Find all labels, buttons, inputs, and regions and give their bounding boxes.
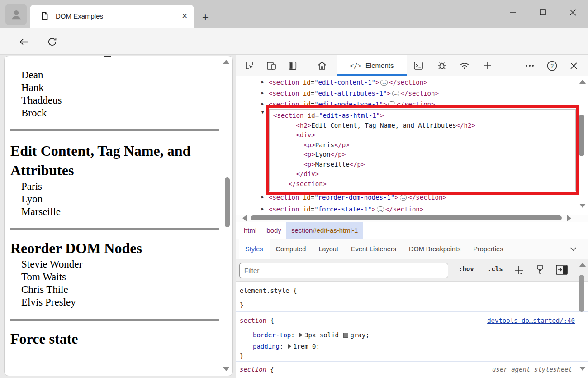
edit-as-html-textarea[interactable]: <section id="edit-as-html-1"> <h2>Edit C… <box>269 109 576 191</box>
editor-code-line: <div> <box>273 130 575 140</box>
new-tab-button[interactable]: + <box>199 10 212 24</box>
page-scroll-up-arrow[interactable] <box>223 60 229 64</box>
issues-bug-icon[interactable] <box>435 59 449 72</box>
refresh-button[interactable] <box>44 36 60 48</box>
breadcrumb-item-body[interactable]: body <box>261 222 286 239</box>
page-list-item: Thaddeus <box>21 94 224 107</box>
stylesheet-source-link[interactable]: devtools-do…started/:40 <box>487 316 575 325</box>
tab-properties[interactable]: Properties <box>467 239 509 259</box>
title-bar: DOM Examples ✕ + <box>0 0 588 28</box>
expand-arrow-icon[interactable] <box>299 333 303 337</box>
styles-scroll-down-arrow[interactable] <box>579 367 586 371</box>
tab-event-listeners[interactable]: Event Listeners <box>345 239 403 259</box>
expand-arrow-icon[interactable]: ▶ <box>261 91 264 95</box>
tab-elements[interactable]: </> Elements <box>337 55 407 76</box>
inline-style-rule[interactable]: element.style { <box>240 286 297 295</box>
browser-tab[interactable]: DOM Examples ✕ <box>30 5 194 28</box>
ellipsis-expand-badge[interactable]: … <box>377 206 384 212</box>
tab-computed[interactable]: Computed <box>270 239 313 259</box>
inspect-element-icon[interactable] <box>243 59 256 72</box>
declaration-padding[interactable]: padding: 1rem 0; <box>253 342 320 351</box>
devtools-panel: </> Elements <box>236 55 588 378</box>
tab-layout[interactable]: Layout <box>312 239 345 259</box>
code-brackets-icon: </> <box>350 62 361 69</box>
dom-node-row[interactable]: <section id="edit-attributes-1">…</secti… <box>269 89 439 98</box>
more-tabs-plus-icon[interactable] <box>481 59 494 72</box>
expand-arrow-open-icon[interactable]: ▼ <box>261 110 264 115</box>
expand-arrow-icon[interactable]: ▶ <box>261 195 264 199</box>
tab-dom-breakpoints[interactable]: DOM Breakpoints <box>403 239 467 259</box>
page-scrollbar-thumb[interactable] <box>225 177 230 227</box>
rendering-brush-icon[interactable] <box>535 264 545 276</box>
page-list: ParisLyonMarseille <box>21 180 224 218</box>
tab-title: DOM Examples <box>56 12 182 20</box>
editor-code-line: <section id="edit-as-html-1"> <box>273 111 575 121</box>
dom-scroll-right-arrow[interactable] <box>567 215 571 221</box>
ellipsis-expand-badge[interactable]: … <box>380 80 388 86</box>
toggle-hover-state-button[interactable]: :hov <box>459 265 474 273</box>
page-heading: Edit Content, Tag Name, and Attributes <box>10 141 222 180</box>
home-icon[interactable] <box>315 59 329 72</box>
rule-divider <box>236 361 588 362</box>
page-favicon-icon <box>40 11 49 21</box>
dom-scroll-up-arrow[interactable] <box>579 80 586 84</box>
window-maximize-button[interactable] <box>528 0 558 24</box>
page-list: Stevie WonderTom WaitsChris ThileElvis P… <box>21 258 224 309</box>
styles-filter-bar: :hov .cls <box>236 259 588 282</box>
page-list-item: Chris Thile <box>21 283 224 296</box>
color-swatch[interactable] <box>343 333 348 338</box>
styles-filter-input[interactable] <box>239 263 448 278</box>
styles-scrollbar-thumb[interactable] <box>579 275 584 312</box>
open-sidebar-panel-icon[interactable] <box>555 264 568 276</box>
styles-scroll-up-arrow[interactable] <box>579 263 586 267</box>
page-scroll-down-arrow[interactable] <box>223 367 229 371</box>
expand-arrow-icon[interactable]: ▶ <box>261 101 264 106</box>
profile-avatar-button[interactable] <box>5 4 27 25</box>
person-icon <box>9 8 23 21</box>
dom-node-row[interactable]: <section id="force-state-1">…</section> <box>269 205 423 214</box>
dom-scroll-down-arrow[interactable] <box>579 204 586 208</box>
new-style-rule-button[interactable] <box>513 264 525 276</box>
page-list-item: Stevie Wonder <box>21 258 224 271</box>
devtools-close-icon[interactable] <box>567 59 580 72</box>
page-horizontal-rule <box>10 129 219 131</box>
dom-scroll-left-arrow[interactable] <box>242 215 247 221</box>
toggle-class-button[interactable]: .cls <box>488 265 503 273</box>
network-wifi-icon[interactable] <box>458 59 471 72</box>
window-close-button[interactable] <box>558 0 588 24</box>
tab-close-icon[interactable]: ✕ <box>182 12 188 20</box>
tab-styles[interactable]: Styles <box>239 239 270 259</box>
breadcrumb-item-html[interactable]: html <box>239 222 261 239</box>
back-button[interactable] <box>16 36 31 48</box>
page-list-item: Elvis Presley <box>21 296 224 309</box>
expand-arrow-icon[interactable]: ▶ <box>261 80 264 84</box>
expand-arrow-icon[interactable]: ▶ <box>261 206 264 211</box>
breadcrumb-item-selected[interactable]: section#edit-as-html-1 <box>286 222 363 239</box>
page-heading: Reorder DOM Nodes <box>10 239 222 258</box>
ellipsis-expand-badge[interactable]: … <box>392 91 399 96</box>
section-rule-selector[interactable]: section { <box>240 316 274 325</box>
console-icon[interactable] <box>412 59 425 72</box>
ua-rule-selector[interactable]: section { <box>240 365 274 374</box>
devtools-more-menu-icon[interactable] <box>523 59 536 72</box>
elements-tab-label: Elements <box>365 62 394 69</box>
dom-horizontal-scrollbar-thumb[interactable] <box>251 215 562 220</box>
dom-scrollbar-thumb[interactable] <box>579 115 584 156</box>
help-icon[interactable]: ? <box>545 59 559 72</box>
page-viewport: DeanHankThaddeusBrockEdit Content, Tag N… <box>4 56 233 376</box>
ellipsis-expand-badge[interactable]: … <box>400 195 407 201</box>
dom-horizontal-scrollbar <box>236 215 588 222</box>
editor-code-line: </div> <box>273 169 575 179</box>
device-emulation-icon[interactable] <box>265 59 278 72</box>
edit-as-html-highlight-box: <section id="edit-as-html-1"> <h2>Edit C… <box>266 105 579 195</box>
dom-node-row[interactable]: <section id="edit-content-1">…</section> <box>269 78 427 87</box>
expand-arrow-icon[interactable] <box>288 344 291 349</box>
section-rule-close-brace: } <box>240 351 243 360</box>
active-tab-underline <box>337 74 407 76</box>
devtools-toolbar: </> Elements <box>236 55 588 76</box>
chevron-down-icon[interactable] <box>570 239 577 259</box>
window-minimize-button[interactable] <box>498 0 528 24</box>
content-area: DeanHankThaddeusBrockEdit Content, Tag N… <box>0 55 588 378</box>
dock-panel-icon[interactable] <box>286 59 299 72</box>
declaration-border-top[interactable]: border-top: 3px solid gray; <box>253 330 370 340</box>
